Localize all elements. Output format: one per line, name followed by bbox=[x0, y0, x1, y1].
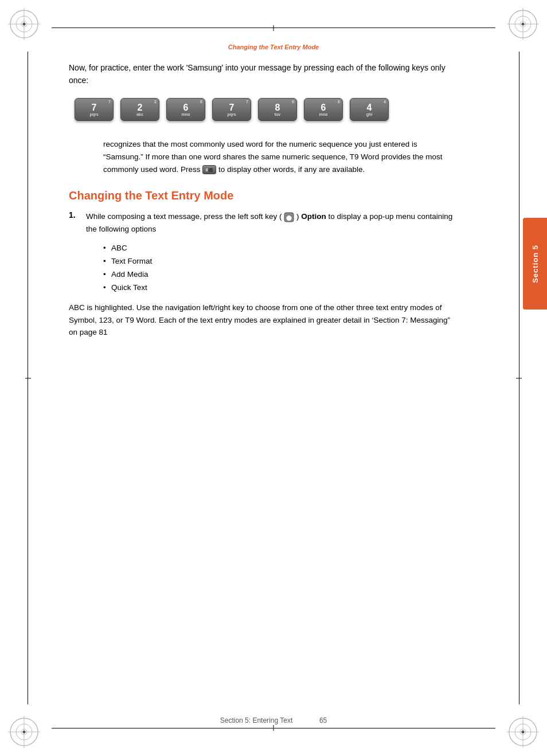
key-2-abc: 2 2 abc bbox=[120, 98, 159, 121]
tick-top bbox=[274, 25, 274, 31]
key-7-pqrs-2: 7 7 pqrs bbox=[212, 98, 251, 121]
page: Section 5 Changing the Text Entry Mode N… bbox=[0, 0, 547, 756]
bullet-text-format: Text Format bbox=[103, 255, 459, 268]
corner-tr-deco bbox=[507, 8, 539, 40]
page-footer: Section 5: Entering Text 65 bbox=[0, 716, 547, 724]
tick-bottom bbox=[274, 725, 274, 731]
step-1-number: 1. bbox=[69, 210, 80, 235]
tick-right bbox=[516, 378, 522, 378]
bullet-abc: ABC bbox=[103, 242, 459, 255]
header-title: Changing the Text Entry Mode bbox=[228, 44, 319, 50]
key-7-pqrs-1: 7 7 pqrs bbox=[75, 98, 114, 121]
section-heading: Changing the Text Entry Mode bbox=[69, 189, 459, 202]
keys-row: 7 7 pqrs 2 2 abc 6 6 mno 7 7 pqrs bbox=[75, 98, 459, 121]
step-1: 1. While composing a text message, press… bbox=[69, 210, 459, 235]
followup-paragraph: ABC is highlighted. Use the navigation l… bbox=[69, 301, 459, 339]
intro-paragraph: Now, for practice, enter the work 'Samsu… bbox=[69, 62, 459, 87]
key-4-ghi: 4 4 ghi bbox=[350, 98, 389, 121]
bullet-add-media: Add Media bbox=[103, 268, 459, 281]
tick-left bbox=[25, 378, 31, 378]
bullet-quick-text: Quick Text bbox=[103, 281, 459, 295]
footer-section-label: Section 5: Entering Text bbox=[220, 716, 293, 724]
key-6-mno-1: 6 6 mno bbox=[166, 98, 205, 121]
corner-tl-deco bbox=[8, 8, 40, 40]
svg-point-23 bbox=[522, 731, 525, 734]
soft-key-icon: ⬤ bbox=[284, 212, 294, 222]
footer-page-number: 65 bbox=[319, 716, 327, 724]
main-content: Now, for practice, enter the work 'Samsu… bbox=[69, 56, 459, 339]
svg-point-5 bbox=[23, 23, 26, 26]
step-1-content: While composing a text message, press th… bbox=[86, 210, 459, 235]
recognizes-block: recognizes that the most commonly used w… bbox=[69, 138, 459, 175]
svg-point-11 bbox=[522, 23, 525, 26]
section-tab-label: Section 5 bbox=[531, 245, 540, 283]
svg-point-17 bbox=[23, 731, 26, 734]
bullet-list: ABC Text Format Add Media Quick Text bbox=[86, 242, 459, 295]
svg-text:⬤: ⬤ bbox=[286, 215, 292, 221]
key-6-mno-2: 6 6 mno bbox=[304, 98, 343, 121]
key-8-tuv: 8 8 tuv bbox=[258, 98, 297, 121]
section-tab: Section 5 bbox=[523, 218, 547, 310]
inline-key-0: 0⬛ bbox=[202, 165, 216, 174]
